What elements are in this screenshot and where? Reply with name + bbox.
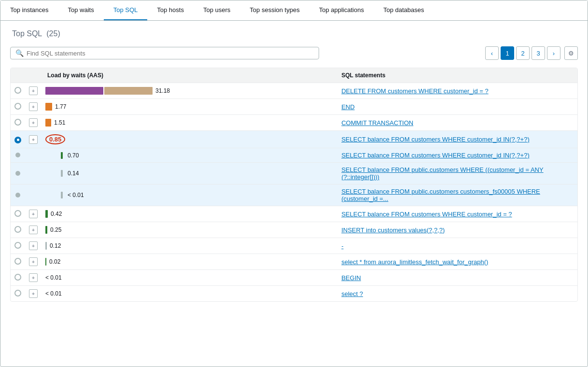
radio-button[interactable]	[14, 274, 21, 281]
tab-top-sql[interactable]: Top SQL	[104, 0, 148, 20]
sql-cell[interactable]: SELECT balance FROM customers WHERE cust…	[336, 131, 577, 148]
tab-top-users[interactable]: Top users	[194, 0, 240, 20]
expand-cell[interactable]: +	[25, 254, 42, 270]
expand-cell[interactable]: +	[25, 115, 42, 131]
sql-link[interactable]: -	[341, 242, 343, 250]
sub-sql-link[interactable]: SELECT balance FROM customers WHERE cust…	[341, 152, 530, 159]
expand-button[interactable]: +	[29, 135, 38, 144]
bar-segment	[45, 258, 46, 266]
sql-link[interactable]: SELECT balance FROM customers WHERE cust…	[341, 211, 512, 218]
sql-link[interactable]: INSERT into customers values(?,?,?)	[341, 226, 445, 234]
sql-cell[interactable]: select * from aurora_limitless_fetch_wai…	[336, 254, 577, 270]
sub-load-cell: < 0.01	[42, 184, 336, 206]
radio-cell[interactable]	[11, 238, 25, 254]
sql-link[interactable]: BEGIN	[341, 274, 361, 282]
prev-page-button[interactable]: ‹	[485, 46, 499, 60]
search-box[interactable]: 🔍	[10, 47, 319, 59]
sql-link[interactable]: COMMIT TRANSACTION	[341, 119, 413, 127]
sub-sql-link[interactable]: SELECT balance FROM public.customers WHE…	[341, 166, 543, 181]
sql-cell[interactable]: END	[336, 99, 577, 115]
table-row: +0.12-	[11, 238, 577, 254]
expand-cell[interactable]: +	[25, 286, 42, 302]
sql-cell[interactable]: SELECT balance FROM customers WHERE cust…	[336, 206, 577, 222]
sql-cell[interactable]: -	[336, 238, 577, 254]
table-row: +< 0.01BEGIN	[11, 270, 577, 286]
sql-cell[interactable]: select ?	[336, 286, 577, 302]
radio-cell[interactable]	[11, 270, 25, 286]
bar-segment	[104, 87, 153, 95]
next-page-button[interactable]: ›	[547, 46, 560, 60]
sql-cell[interactable]: INSERT into customers values(?,?,?)	[336, 222, 577, 238]
load-cell: < 0.01	[42, 286, 336, 302]
sql-link[interactable]: select ?	[341, 290, 363, 297]
sql-link[interactable]: select * from aurora_limitless_fetch_wai…	[341, 258, 488, 266]
load-cell: 0.85	[42, 131, 336, 148]
radio-button[interactable]	[14, 258, 21, 265]
expand-cell[interactable]: +	[25, 270, 42, 286]
sub-sql-link[interactable]: SELECT balance FROM public.customers cus…	[341, 188, 540, 202]
page-2-button[interactable]: 2	[516, 46, 530, 60]
radio-button[interactable]	[14, 119, 21, 126]
radio-button[interactable]	[14, 137, 21, 143]
sub-load-cell: 0.14	[42, 163, 336, 184]
radio-button[interactable]	[14, 210, 21, 217]
expand-button[interactable]: +	[29, 86, 38, 95]
load-value: 0.12	[50, 242, 61, 249]
expand-button[interactable]: +	[29, 226, 38, 234]
table-row: +0.25INSERT into customers values(?,?,?)	[11, 222, 577, 238]
sql-link[interactable]: END	[341, 103, 354, 111]
search-input[interactable]	[27, 50, 314, 57]
tab-top-databases[interactable]: Top databases	[374, 0, 434, 20]
expand-button[interactable]: +	[29, 102, 38, 111]
expand-cell[interactable]: +	[25, 238, 42, 254]
tab-top-waits[interactable]: Top waits	[58, 0, 104, 20]
radio-button[interactable]	[14, 242, 21, 249]
table-row: +0.42SELECT balance FROM customers WHERE…	[11, 206, 577, 222]
sub-sql-cell[interactable]: SELECT balance FROM public.customers WHE…	[336, 163, 577, 184]
sub-sql-cell[interactable]: SELECT balance FROM public.customers cus…	[336, 184, 577, 206]
radio-button[interactable]	[14, 103, 21, 110]
page-1-button[interactable]: 1	[501, 46, 514, 60]
expand-button[interactable]: +	[29, 289, 38, 298]
radio-cell[interactable]	[11, 99, 25, 115]
sql-cell[interactable]: COMMIT TRANSACTION	[336, 115, 577, 131]
page-3-button[interactable]: 3	[532, 46, 545, 60]
expand-button[interactable]: +	[29, 273, 38, 282]
expand-button[interactable]: +	[29, 257, 38, 266]
search-icon: 🔍	[15, 49, 24, 57]
table-row: +31.18DELETE FROM customers WHERE custom…	[11, 83, 577, 99]
expand-button[interactable]: +	[29, 210, 38, 218]
expand-cell[interactable]: +	[25, 99, 42, 115]
radio-cell[interactable]	[11, 83, 25, 99]
sql-link[interactable]: SELECT balance FROM customers WHERE cust…	[341, 136, 530, 143]
expand-cell[interactable]: +	[25, 83, 42, 99]
radio-cell[interactable]	[11, 286, 25, 302]
tab-top-hosts[interactable]: Top hosts	[147, 0, 194, 20]
tab-top-applications[interactable]: Top applications	[309, 0, 374, 20]
load-value: < 0.01	[45, 290, 62, 297]
expand-cell[interactable]: +	[25, 206, 42, 222]
settings-button[interactable]: ⚙	[564, 46, 578, 60]
radio-cell[interactable]	[11, 115, 25, 131]
load-value: < 0.01	[45, 274, 62, 281]
expand-button[interactable]: +	[29, 241, 38, 250]
sub-sql-cell[interactable]: SELECT balance FROM customers WHERE cust…	[336, 148, 577, 163]
sql-cell[interactable]: DELETE FROM customers WHERE customer_id …	[336, 83, 577, 99]
expand-cell[interactable]: +	[25, 222, 42, 238]
sql-cell[interactable]: BEGIN	[336, 270, 577, 286]
radio-button[interactable]	[14, 290, 21, 296]
radio-cell[interactable]	[11, 131, 25, 148]
sql-link[interactable]: DELETE FROM customers WHERE customer_id …	[341, 87, 489, 95]
tab-top-instances[interactable]: Top instances	[0, 0, 58, 20]
tab-top-session-types[interactable]: Top session types	[240, 0, 309, 20]
radio-cell[interactable]	[11, 254, 25, 270]
sub-table-row: 0.70 SELECT balance FROM customers WHERE…	[11, 148, 577, 163]
sub-expand-cell	[25, 148, 42, 163]
radio-cell[interactable]	[11, 222, 25, 238]
expand-cell[interactable]: +	[25, 131, 42, 148]
small-bar	[61, 152, 63, 159]
expand-button[interactable]: +	[29, 118, 38, 127]
radio-button[interactable]	[14, 226, 21, 233]
radio-button[interactable]	[14, 87, 21, 94]
radio-cell[interactable]	[11, 206, 25, 222]
